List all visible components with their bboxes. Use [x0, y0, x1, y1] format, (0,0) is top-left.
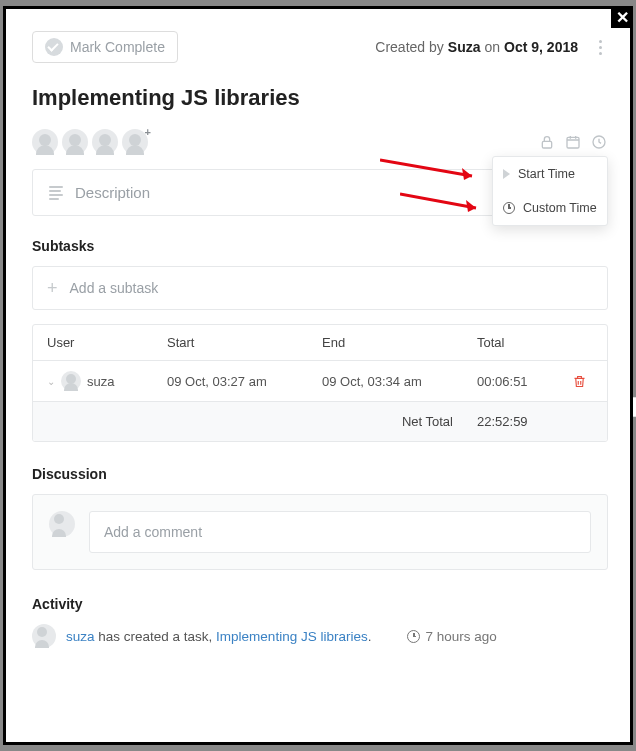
- add-assignee-button[interactable]: +: [122, 129, 148, 155]
- activity-timestamp: 7 hours ago: [407, 629, 496, 644]
- modal: Mark Complete Created by Suza on Oct 9, …: [3, 6, 633, 745]
- table-row: ⌄ suza 09 Oct, 03:27 am 09 Oct, 03:34 am…: [33, 360, 607, 401]
- lock-icon[interactable]: [538, 133, 556, 151]
- created-by-text: Created by Suza on Oct 9, 2018: [375, 39, 608, 55]
- more-menu-button[interactable]: [592, 40, 608, 55]
- close-button[interactable]: ✕: [611, 6, 633, 28]
- check-circle-icon: [45, 38, 63, 56]
- svg-rect-1: [567, 137, 579, 148]
- chevron-down-icon[interactable]: ⌄: [47, 376, 55, 387]
- time-tracking-table: User Start End Total ⌄ suza 09 Oct, 03:2…: [32, 324, 608, 442]
- row-total: 00:06:51: [473, 374, 561, 389]
- custom-time-option[interactable]: Custom Time: [493, 191, 607, 225]
- description-placeholder: Description: [75, 184, 150, 201]
- row-user: suza: [87, 374, 114, 389]
- activity-task-link[interactable]: Implementing JS libraries: [216, 629, 368, 644]
- avatar: [61, 371, 81, 391]
- avatar[interactable]: [32, 129, 58, 155]
- description-icon: [49, 186, 63, 200]
- mark-complete-label: Mark Complete: [70, 39, 165, 55]
- calendar-icon[interactable]: [564, 133, 582, 151]
- svg-line-5: [400, 194, 476, 208]
- activity-user-link[interactable]: suza: [66, 629, 95, 644]
- avatar: [49, 511, 75, 537]
- annotation-arrow: [380, 154, 490, 184]
- svg-marker-6: [466, 200, 476, 212]
- row-end: 09 Oct, 03:34 am: [318, 374, 473, 389]
- assignees: +: [32, 129, 148, 155]
- annotation-arrow: [400, 186, 492, 216]
- task-title[interactable]: Implementing JS libraries: [32, 85, 608, 111]
- svg-line-3: [380, 160, 472, 176]
- mark-complete-button[interactable]: Mark Complete: [32, 31, 178, 63]
- svg-marker-4: [462, 168, 472, 180]
- row-start: 09 Oct, 03:27 am: [163, 374, 318, 389]
- discussion-heading: Discussion: [32, 466, 608, 482]
- clock-icon: [407, 630, 420, 643]
- add-subtask-input[interactable]: + Add a subtask: [32, 266, 608, 310]
- plus-icon: +: [47, 279, 58, 297]
- avatar[interactable]: [92, 129, 118, 155]
- start-time-option[interactable]: Start Time: [493, 157, 607, 191]
- discussion-box: Add a comment: [32, 494, 608, 570]
- net-total-label: Net Total: [318, 414, 473, 429]
- avatar[interactable]: [62, 129, 88, 155]
- subtasks-heading: Subtasks: [32, 238, 608, 254]
- play-icon: [503, 169, 510, 179]
- created-date: Oct 9, 2018: [504, 39, 578, 55]
- comment-input[interactable]: Add a comment: [89, 511, 591, 553]
- avatar: [32, 624, 56, 648]
- time-popover: Start Time Custom Time: [492, 156, 608, 226]
- activity-heading: Activity: [32, 596, 608, 612]
- clock-icon[interactable]: [590, 133, 608, 151]
- svg-rect-0: [542, 141, 551, 148]
- delete-row-button[interactable]: [561, 374, 597, 389]
- activity-item: suza has created a task, Implementing JS…: [32, 624, 608, 648]
- add-subtask-placeholder: Add a subtask: [70, 280, 159, 296]
- net-total-value: 22:52:59: [473, 414, 561, 429]
- clock-icon: [503, 202, 515, 214]
- table-footer: Net Total 22:52:59: [33, 401, 607, 441]
- creator-name: Suza: [448, 39, 481, 55]
- table-header: User Start End Total: [33, 325, 607, 360]
